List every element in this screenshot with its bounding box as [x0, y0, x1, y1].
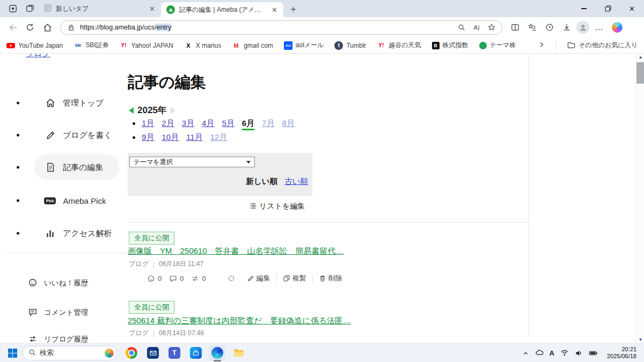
taskbar: 検索 T A 20:21 2025/06/18 — [0, 343, 644, 362]
sort-newest[interactable]: 新しい順 — [246, 176, 277, 187]
workspaces-icon[interactable] — [8, 3, 18, 14]
search-icon[interactable] — [456, 21, 467, 33]
downloads-icon[interactable] — [559, 20, 574, 35]
profile-avatar[interactable] — [576, 21, 589, 34]
browser-window: 新しいタブ ✕ a 記事の編集 | Ameba (アメーバ) ✕ ＋ ✕ — [0, 0, 644, 362]
month-link-3[interactable]: 3月 — [182, 119, 194, 130]
close-button[interactable]: ✕ — [620, 0, 644, 17]
tab-actions-icon[interactable] — [25, 3, 35, 14]
taskbar-app-store-icon[interactable] — [188, 345, 204, 361]
onedrive-cloud-icon[interactable] — [535, 349, 544, 357]
minimize-button[interactable] — [572, 0, 596, 17]
article-title-link[interactable]: 250614 裁判の三審制度は内部監査だ 要録偽造に係る法匪… — [128, 316, 351, 326]
sidebar-item-comment-management[interactable]: コメント管理 — [0, 305, 127, 320]
scrollbar[interactable]: ▲ ▼ — [636, 54, 644, 343]
clock-date: 2025/06/18 — [607, 353, 636, 360]
sidebar-item-edit-articles[interactable]: 記事の編集 — [0, 154, 127, 180]
taskbar-search[interactable]: 検索 — [23, 346, 117, 360]
chevron-right-icon[interactable] — [538, 41, 545, 49]
sidebar-item-ameba-pick[interactable]: Pick Ameba Pick — [0, 188, 127, 213]
taskbar-app-mail-icon[interactable] — [145, 345, 161, 361]
wifi-icon[interactable] — [560, 349, 569, 357]
month-link-10[interactable]: 10月 — [162, 132, 179, 143]
history-icon[interactable] — [542, 20, 557, 35]
tab-bar: 新しいタブ ✕ a 記事の編集 | Ameba (アメーバ) ✕ ＋ ✕ — [0, 0, 644, 17]
sidebar-item-access-analytics[interactable]: アクセス解析 — [0, 220, 127, 246]
article-title-link[interactable]: 画像版 YM 250610 答弁書 山名学訴訟 簡易書留代… — [128, 246, 344, 256]
sidebar-item-like-history[interactable]: いいね！履歴 — [0, 276, 127, 291]
month-link-11[interactable]: 11月 — [186, 132, 203, 143]
taskbar-app-file-explorer-icon[interactable] — [231, 345, 247, 361]
tab-close-icon[interactable]: ✕ — [148, 5, 157, 13]
delete-button[interactable]: 削除 — [319, 274, 342, 283]
month-link-5[interactable]: 5月 — [222, 119, 234, 130]
month-link-12[interactable]: 12月 — [210, 132, 228, 143]
tab-close-icon[interactable]: ✕ — [270, 6, 279, 14]
month-link-6-current[interactable]: 6月 — [242, 119, 254, 130]
duplicate-button[interactable]: 複製 — [283, 274, 306, 283]
chevron-up-icon[interactable] — [522, 350, 529, 357]
refresh-icon[interactable] — [23, 20, 38, 35]
theme-select[interactable]: テーマを選択 — [129, 157, 255, 167]
battery-icon[interactable] — [589, 349, 598, 358]
read-aloud-icon[interactable]: A) — [471, 21, 482, 33]
other-favorites-button[interactable]: その他のお気に入り — [567, 41, 638, 50]
start-button[interactable] — [4, 345, 20, 361]
sidebar-item-reblog-history[interactable]: リブログ履歴 — [0, 332, 127, 343]
taskbar-app-browser-icon[interactable] — [123, 345, 140, 361]
volume-icon[interactable] — [575, 349, 583, 357]
favorite-gmail[interactable]: M gmail com — [232, 41, 273, 50]
favorite-tumblr[interactable]: t Tumblr — [334, 41, 366, 50]
address-bar[interactable]: https://blog.ameba.jp/ucs/entry A) — [60, 20, 502, 35]
ime-mode-icon[interactable]: A — [550, 349, 554, 357]
copilot-icon[interactable] — [612, 22, 623, 33]
scrollbar-thumb[interactable] — [636, 62, 644, 84]
sidebar-label: コメント管理 — [44, 308, 88, 317]
month-link-4[interactable]: 4月 — [202, 119, 214, 130]
favorite-yahoo-japan[interactable]: Y! Yahoo! JAPAN — [120, 41, 173, 50]
tab-ameba[interactable]: a 記事の編集 | Ameba (アメーバ) ✕ — [161, 2, 283, 17]
home-icon[interactable] — [40, 20, 55, 35]
scroll-up-icon[interactable]: ▲ — [636, 55, 644, 60]
month-link-8[interactable]: 8月 — [282, 119, 294, 130]
site-info-icon[interactable] — [65, 21, 77, 33]
taskbar-clock[interactable]: 20:21 2025/06/18 — [607, 346, 636, 360]
restore-button[interactable] — [596, 0, 620, 17]
favorite-theme-stock[interactable]: テーマ株 — [479, 41, 516, 50]
edit-button[interactable]: 編集 — [247, 274, 270, 283]
new-tab-button[interactable]: ＋ — [289, 3, 298, 15]
taskbar-app-teams-icon[interactable]: T — [166, 345, 182, 361]
theme-green-icon — [479, 42, 487, 49]
month-link-7[interactable]: 7月 — [262, 119, 274, 130]
sort-controls: 新しい順 古い順 — [246, 176, 308, 187]
month-link-9[interactable]: 9月 — [142, 132, 154, 143]
more-menu-icon[interactable]: … — [591, 20, 606, 35]
url-text: https://blog.ameba.jp/ucs/entry — [80, 24, 452, 31]
favorite-stock-index[interactable]: B 株式指数 — [432, 41, 469, 50]
month-link-1[interactable]: 1月 — [142, 119, 154, 130]
scroll-down-icon[interactable]: ▼ — [636, 337, 644, 342]
comment-count[interactable]: 0 — [169, 275, 184, 283]
prev-year-icon[interactable] — [129, 107, 134, 114]
window-controls: ✕ — [572, 0, 644, 17]
favorite-youtube[interactable]: YouTube Japan — [6, 41, 63, 50]
favorite-sbi[interactable]: SBI SBI証券 — [74, 41, 108, 50]
sort-oldest[interactable]: 古い順 — [284, 176, 308, 187]
favorite-aol[interactable]: Aol aolメール — [284, 41, 324, 50]
month-link-2[interactable]: 2月 — [162, 119, 174, 130]
reblog-count[interactable]: 0 — [191, 275, 206, 283]
taskbar-app-edge-icon[interactable] — [209, 345, 225, 361]
reaction-count[interactable]: 0 — [147, 275, 162, 283]
back-icon[interactable] — [5, 20, 20, 35]
split-screen-icon[interactable] — [508, 20, 523, 35]
blog-back-link[interactable]: ブログ — [26, 54, 50, 59]
next-year-icon[interactable] — [171, 107, 175, 114]
sidebar-item-write-blog[interactable]: ブログを書く — [0, 122, 127, 148]
tab-new-tab[interactable]: 新しいタブ ✕ — [39, 1, 161, 16]
favorites-icon[interactable] — [525, 20, 540, 35]
sidebar-item-admin-top[interactable]: 管理トップ — [0, 90, 127, 116]
favorite-star-icon[interactable] — [486, 21, 497, 33]
favorite-x[interactable]: X X marius — [184, 41, 221, 50]
favorite-weather[interactable]: Y! 越谷の天気 — [377, 41, 421, 50]
edit-list-button[interactable]: リストを編集 — [249, 202, 305, 211]
